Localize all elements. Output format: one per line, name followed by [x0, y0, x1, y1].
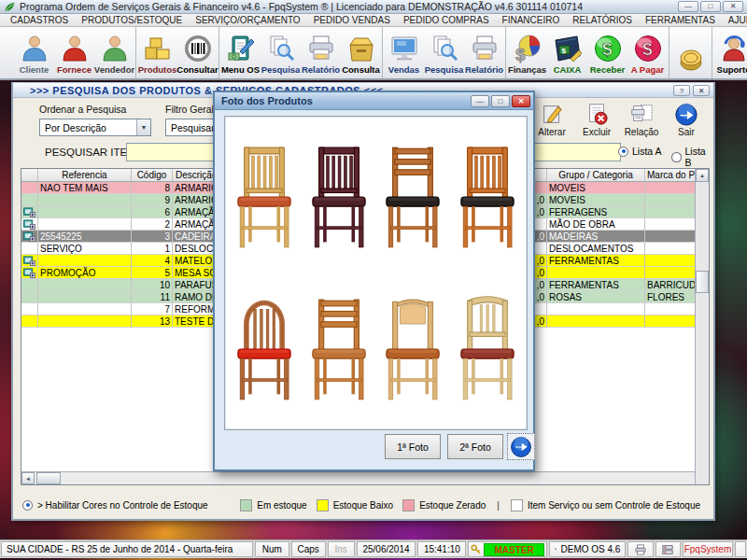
sair-button[interactable]: Sair [667, 102, 706, 137]
marca-cell: FLORES [645, 291, 695, 303]
marca-cell [645, 218, 695, 231]
support-icon [719, 34, 747, 63]
menu-cadastros[interactable]: CADASTROS [4, 15, 75, 25]
referencia-cell [38, 315, 132, 328]
enable-colors-toggle[interactable]: > Habilitar Cores no Controle de Estoque [22, 500, 208, 511]
dialog-minimize-button[interactable]: — [471, 95, 489, 107]
toolbar-button-consultar[interactable]: Consultar [177, 29, 218, 77]
hscroll-thumb[interactable] [36, 472, 61, 484]
toolbar-button-cliente[interactable]: Cliente [14, 29, 54, 77]
second-photo-button[interactable]: 2ª Foto [447, 434, 503, 459]
menu-servi-o-or-amento[interactable]: SERVIÇO/ORÇAMENTO [189, 15, 306, 25]
key-icon [471, 544, 482, 555]
legend-swatch [240, 499, 252, 511]
photo-attachment-icon [23, 268, 35, 278]
codigo-cell: 8 [132, 182, 173, 194]
chevron-down-icon[interactable]: ▼ [136, 119, 150, 135]
vscroll-thumb[interactable] [696, 271, 709, 293]
toolbar-button-fornece[interactable]: Fornece [54, 29, 94, 77]
close-button[interactable]: ✕ [723, 1, 743, 12]
minimize-button[interactable]: — [678, 1, 698, 12]
toolbar-button-pesquisa[interactable]: Pesquisa [424, 29, 464, 77]
close-search-window-button[interactable]: ✕ [693, 85, 710, 96]
menu-pedido-vendas[interactable]: PEDIDO VENDAS [307, 15, 397, 25]
next-photo-button[interactable] [507, 433, 535, 460]
list-a-radio[interactable]: Lista A [618, 146, 662, 157]
dialog-close-button[interactable]: ✕ [512, 95, 530, 107]
pie-dollar-icon: $ [513, 34, 543, 63]
vertical-scrollbar[interactable]: ▲ [695, 169, 709, 484]
dialog-restore-button[interactable]: □ [491, 95, 510, 107]
referencia-cell [38, 291, 132, 303]
toolbar-button-produtos[interactable]: Produtos [137, 29, 177, 77]
order-select[interactable]: Por Descrição ▼ [39, 119, 151, 136]
toolbar-button-vendedor[interactable]: Vendedor [94, 29, 134, 77]
toolbar-button-suporte[interactable]: Suporte [713, 29, 747, 77]
toolbar-button-menu-os[interactable]: Menu OS [220, 29, 261, 77]
menu-ferramentas[interactable]: FERRAMENTAS [639, 15, 722, 25]
status-num: Num [255, 541, 289, 557]
status-lock-panel[interactable] [735, 541, 746, 557]
photo-cell [21, 279, 38, 291]
legend-item: Item Serviço ou sem Controle de Estoque [511, 499, 700, 511]
grupo-cell: MOVEIS [547, 182, 645, 194]
rela-o-button[interactable]: Relação [622, 102, 661, 137]
list-b-radio[interactable]: Lista B [671, 146, 713, 168]
enable-colors-label: > Habilitar Cores no Controle de Estoque [37, 500, 208, 511]
toolbar-button-relat-rio[interactable]: Relatório [464, 29, 504, 77]
toolbar-button-receber[interactable]: $Receber [587, 29, 627, 77]
menu-pedido-compras[interactable]: PEDIDO COMPRAS [397, 15, 496, 25]
scroll-up-icon[interactable]: ▲ [696, 169, 709, 182]
radio-icon[interactable] [671, 152, 682, 162]
arrow-right-icon [510, 436, 532, 458]
menu-relat-rios[interactable]: RELATÓRIOS [566, 15, 639, 25]
status-server-panel[interactable] [655, 541, 681, 557]
toolbar-button-relat-rio[interactable]: Relatório [301, 29, 341, 77]
horizontal-scrollbar[interactable]: ◄ [21, 471, 695, 484]
legend-items: Em estoqueEstoque BaixoEstoque Zerado|It… [240, 499, 700, 511]
grupo-cell: MOVEIS [547, 194, 645, 206]
status-version: DEMO OS 4.6 [560, 544, 620, 554]
referencia-cell: 25545225 [38, 231, 132, 243]
first-photo-button[interactable]: 1ª Foto [385, 434, 441, 459]
app-icon [4, 1, 16, 13]
svg-text:$: $ [642, 39, 653, 59]
codigo-cell: 2 [132, 218, 173, 231]
restore-button[interactable]: □ [700, 1, 721, 12]
clipboard-icon [226, 34, 256, 63]
server-icon [661, 544, 674, 555]
toolbar-button-consulta[interactable]: Consulta [341, 29, 381, 77]
status-print-panel[interactable] [627, 541, 653, 557]
edit-page-icon [540, 102, 564, 126]
chair-image [305, 128, 373, 266]
grupo-cell: MADEIRAS [547, 231, 645, 243]
filter-label: Filtro Geral [165, 104, 214, 115]
photo-attachment-icon [23, 207, 35, 217]
scroll-left-icon[interactable]: ◄ [21, 472, 35, 484]
menu-produtos-estoque[interactable]: PRODUTOS/ESTOQUE [75, 15, 189, 25]
toolbar-button-vendas[interactable]: Vendas [384, 29, 424, 77]
search-item-label: PESQUISAR ITEM [45, 147, 136, 158]
referencia-cell [38, 218, 132, 231]
chair-photo [376, 273, 451, 427]
photo-cell [21, 267, 38, 279]
menu-ajuda[interactable]: AJUDA [722, 15, 747, 25]
photo-dialog-titlebar[interactable]: Foto dos Produtos — □ ✕ [215, 92, 533, 110]
radio-selected-icon[interactable] [22, 500, 33, 511]
radio-selected-icon[interactable] [618, 147, 628, 157]
alterar-button[interactable]: Alterar [532, 102, 571, 137]
photo-cell [21, 303, 38, 315]
grupo-cell: ROSAS [547, 291, 645, 303]
excluir-button[interactable]: Excluir [577, 102, 616, 137]
grupo-cell: DESLOCAMENTOS [547, 243, 645, 255]
chairs-photo-grid [227, 120, 525, 426]
toolbar-button-finan-as[interactable]: $Finanças [507, 29, 547, 77]
help-button[interactable]: ? [673, 85, 690, 96]
chair-image [305, 280, 373, 418]
toolbar-button-coin-icon[interactable] [670, 29, 711, 77]
status-version-panel: DEMO OS 4.6 [549, 541, 627, 557]
toolbar-button-pesquisa[interactable]: Pesquisa [261, 29, 301, 77]
menu-financeiro[interactable]: FINANCEIRO [496, 15, 567, 25]
toolbar-button-a-pagar[interactable]: $A Pagar [627, 29, 668, 77]
toolbar-button-caixa[interactable]: $CAIXA [547, 29, 587, 77]
